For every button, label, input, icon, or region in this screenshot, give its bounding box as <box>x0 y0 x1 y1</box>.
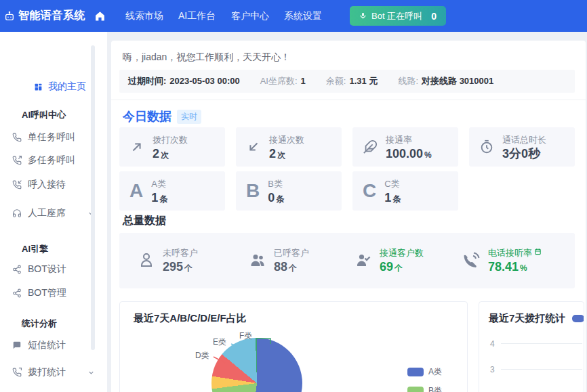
sidebar-item-inbound-reception[interactable]: 呼入接待 <box>12 179 95 191</box>
app-window: 智能语音系统 线索市场 AI工作台 客户中心 系统设置 Bot 正在呼叫 0 我… <box>0 0 587 392</box>
section-divider <box>111 100 586 100</box>
stat-uncalled-customers: 未呼客户 295个 <box>138 247 198 273</box>
sidebar-item-label: BOT设计 <box>28 263 66 276</box>
sidebar-item-label: 单任务呼叫 <box>28 131 75 144</box>
stat-card-grade-b: B B类 0条 <box>236 171 342 211</box>
sidebar-section-ai-call-center: AI呼叫中心 <box>22 109 66 121</box>
legend-item-b[interactable]: B类 <box>407 385 442 392</box>
pie-chart-card: 最近7天A/B/C/D/E/F占比 F类 E类 D类 A类 B类 <box>119 301 468 392</box>
y-tick-3: 3 <box>490 365 495 374</box>
sidebar-item-label: 我的主页 <box>48 81 86 93</box>
bot-calling-button[interactable]: Bot 正在呼叫 0 <box>350 6 446 26</box>
phone-incoming-icon <box>12 180 22 190</box>
expire-time: 过期时间:2023-05-03 00:00 <box>128 75 240 87</box>
realtime-badge: 实时 <box>177 110 201 124</box>
sidebar-scrollbar[interactable] <box>91 45 95 350</box>
stat-card-answer-rate: 接通率 100.00% <box>352 127 458 167</box>
share-nodes-icon <box>12 265 22 274</box>
total-data-card: 未呼客户 295个 已呼客户 88个 接通客户数 69个 电话接听率 78.41… <box>119 233 575 288</box>
feather-icon <box>363 139 378 154</box>
stat-called-customers: 已呼客户 88个 <box>249 247 309 273</box>
bot-button-label: Bot 正在呼叫 <box>371 10 422 22</box>
pie-callout-d: D类 <box>195 350 209 362</box>
robot-logo-icon <box>4 11 15 22</box>
grade-letter: A <box>129 181 143 200</box>
y-tick-4: 4 <box>490 339 495 349</box>
brand-title: 智能语音系统 <box>18 9 85 23</box>
phone-outgoing-icon <box>12 156 22 165</box>
sidebar-item-single-task-call[interactable]: 单任务呼叫 <box>12 131 95 144</box>
stat-card-dial-count: 拨打次数 2次 <box>119 127 225 167</box>
main-panel: 嗨，jiadan，祝您工作顺利，天天开心！ 过期时间:2023-05-03 00… <box>111 41 586 392</box>
gridline <box>501 343 582 344</box>
line-chart-title: 最近7天拨打统计 <box>489 312 565 325</box>
greeting-text: 嗨，jiadan，祝您工作顺利，天天开心！ <box>123 51 290 64</box>
pie-label-lines <box>208 332 276 380</box>
users-icon <box>249 252 266 268</box>
sidebar-item-label: 人工座席 <box>28 207 81 219</box>
sidebar-item-label: 呼入接待 <box>28 179 66 191</box>
sidebar-item-dial-statistics[interactable]: 拨打统计 <box>12 366 95 378</box>
nav-link-ai-workbench[interactable]: AI工作台 <box>178 0 216 32</box>
stat-connected-customers: 接通客户数 69个 <box>355 247 424 273</box>
sidebar-item-label: 多任务呼叫 <box>28 154 75 167</box>
legend-swatch-b <box>407 387 424 392</box>
grade-letter: C <box>363 181 376 200</box>
sidebar-item-label: BOT管理 <box>28 287 66 299</box>
stat-card-total-talk-time: 通话总时长 3分0秒 <box>469 127 575 167</box>
trend-up-icon <box>129 139 144 154</box>
stat-card-grade-c: C C类 1条 <box>352 171 458 211</box>
share-nodes-icon <box>12 288 22 298</box>
sidebar: 我的主页 AI呼叫中心 单任务呼叫 多任务呼叫 呼入接待 人工座席 AI引擎 B… <box>0 32 107 392</box>
total-section-title: 总量数据 <box>123 214 166 228</box>
sidebar-item-label: 短信统计 <box>28 339 66 351</box>
nav-link-leads-market[interactable]: 线索市场 <box>125 0 163 32</box>
line-chart-legend-swatch[interactable] <box>572 315 584 322</box>
stat-card-grade-a: A A类 1条 <box>119 171 225 211</box>
calendar-info-icon[interactable] <box>534 248 542 255</box>
grade-letter: B <box>246 181 260 200</box>
sidebar-section-ai-engine: AI引擎 <box>22 243 48 255</box>
top-navbar: 智能语音系统 线索市场 AI工作台 客户中心 系统设置 Bot 正在呼叫 0 <box>0 0 587 32</box>
sidebar-item-my-homepage[interactable]: 我的主页 <box>34 81 86 93</box>
stat-card-answered-count: 接通次数 2次 <box>236 127 342 167</box>
nav-link-customer-center[interactable]: 客户中心 <box>231 0 269 32</box>
legend-item-a[interactable]: A类 <box>407 366 442 378</box>
legend-swatch-a <box>407 368 424 376</box>
trend-down-icon <box>246 139 261 154</box>
nav-link-system-settings[interactable]: 系统设置 <box>284 0 322 32</box>
microphone-icon <box>359 12 367 20</box>
message-icon <box>12 341 22 350</box>
gridline <box>501 369 582 370</box>
user-icon <box>138 252 155 268</box>
account-info-bar: 过期时间:2023-05-03 00:00 AI坐席数:1 余额:1.31 元 … <box>119 70 575 93</box>
balance: 余额:1.31 元 <box>326 75 378 87</box>
sidebar-item-label: 拨打统计 <box>28 366 81 378</box>
sidebar-item-sms-statistics[interactable]: 短信统计 <box>12 339 95 351</box>
phone-icon <box>12 133 22 142</box>
sidebar-item-bot-design[interactable]: BOT设计 <box>12 263 95 276</box>
stat-answer-rate: 电话接听率 78.41% <box>464 247 542 273</box>
pie-chart-title: 最近7天A/B/C/D/E/F占比 <box>134 312 247 325</box>
chevron-down-icon[interactable] <box>87 369 95 376</box>
line-info: 线路:对接线路 3010001 <box>398 75 493 87</box>
phone-volume-icon <box>464 252 480 268</box>
bot-call-count: 0 <box>431 11 437 22</box>
sidebar-item-multi-task-call[interactable]: 多任务呼叫 <box>12 154 95 167</box>
home-icon[interactable] <box>94 10 106 22</box>
sidebar-item-bot-manage[interactable]: BOT管理 <box>12 287 95 299</box>
phone-icon <box>12 368 22 377</box>
brand: 智能语音系统 <box>4 0 85 32</box>
sidebar-item-human-agent[interactable]: 人工座席 <box>12 207 95 219</box>
user-check-icon <box>355 252 371 268</box>
stopwatch-icon <box>479 139 494 154</box>
grid-icon <box>34 83 43 91</box>
sidebar-section-statistics: 统计分析 <box>22 318 57 330</box>
line-chart-card: 最近7天拨打统计 4 3 <box>479 301 584 392</box>
today-section-title: 今日数据 实时 <box>123 108 201 125</box>
ai-seat-count: AI坐席数:1 <box>260 75 306 87</box>
headset-icon <box>12 209 22 218</box>
